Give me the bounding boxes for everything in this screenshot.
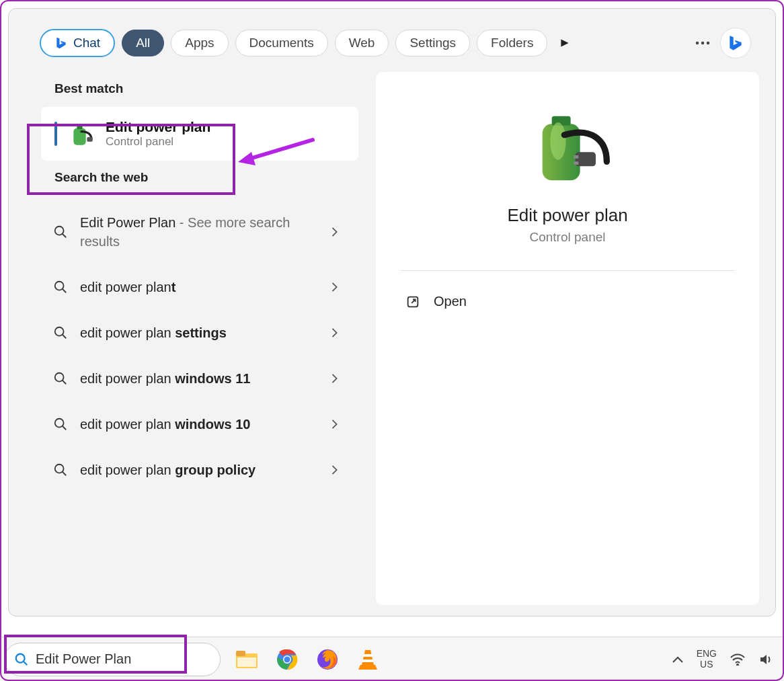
- filter-settings[interactable]: Settings: [395, 30, 470, 56]
- search-icon: [53, 417, 68, 432]
- filter-label: Settings: [409, 36, 456, 50]
- svg-rect-5: [87, 137, 92, 142]
- search-icon: [53, 280, 68, 294]
- battery-plug-icon: [68, 120, 95, 147]
- search-web-header: Search the web: [25, 161, 361, 196]
- result-subtitle: Control panel: [106, 135, 210, 149]
- svg-line-17: [63, 472, 67, 476]
- taskbar-search[interactable]: [4, 643, 221, 676]
- search-input[interactable]: [36, 651, 208, 667]
- svg-point-0: [696, 42, 699, 44]
- filter-apps[interactable]: Apps: [171, 30, 228, 56]
- search-icon: [53, 225, 68, 239]
- firefox-icon[interactable]: [315, 647, 340, 672]
- svg-point-1: [701, 42, 704, 44]
- svg-rect-4: [77, 126, 82, 129]
- filter-web[interactable]: Web: [335, 30, 389, 56]
- wifi-icon[interactable]: [730, 653, 745, 666]
- results-column: Best match Edit power plan Control panel: [25, 72, 361, 605]
- svg-point-16: [55, 465, 64, 473]
- bing-icon: [54, 36, 68, 50]
- filter-chat[interactable]: Chat: [40, 29, 115, 57]
- filter-all[interactable]: All: [122, 30, 164, 56]
- best-match-result[interactable]: Edit power plan Control panel: [41, 107, 358, 161]
- web-result-item[interactable]: edit power plan group policy: [41, 447, 352, 493]
- system-tray: ENG US: [672, 649, 780, 670]
- web-result-text: edit power plan group policy: [80, 460, 318, 479]
- web-result-item[interactable]: edit power plan settings: [41, 310, 352, 356]
- svg-point-10: [55, 327, 64, 336]
- svg-line-28: [24, 661, 28, 665]
- lang-line1: ENG: [697, 649, 717, 659]
- chevron-right-icon: [330, 328, 340, 337]
- chevron-right-icon: [330, 465, 340, 475]
- svg-line-9: [63, 289, 67, 293]
- selection-indicator: [54, 122, 57, 146]
- language-indicator[interactable]: ENG US: [697, 649, 717, 670]
- web-results-list: Edit Power Plan - See more search result…: [25, 196, 361, 493]
- search-filter-bar: Chat All Apps Documents Web Settings Fol…: [9, 9, 775, 72]
- chevron-right-icon: [330, 419, 340, 429]
- divider: [400, 270, 735, 271]
- search-icon: [53, 463, 68, 477]
- open-external-icon: [405, 294, 420, 309]
- lang-line2: US: [697, 659, 717, 670]
- result-detail-pane: Edit power plan Control panel Open: [376, 72, 759, 605]
- svg-line-11: [63, 335, 67, 339]
- web-result-text: edit power plan settings: [80, 323, 318, 342]
- web-result-item[interactable]: edit power plan windows 11: [41, 356, 352, 401]
- more-filters-icon[interactable]: [554, 32, 576, 54]
- result-title: Edit power plan: [106, 119, 210, 135]
- web-result-text: Edit Power Plan - See more search result…: [80, 213, 318, 251]
- vlc-icon[interactable]: [355, 647, 381, 672]
- svg-rect-31: [237, 657, 256, 667]
- svg-point-12: [55, 373, 64, 382]
- chevron-right-icon: [330, 374, 340, 383]
- speaker-icon[interactable]: [758, 653, 772, 666]
- open-label: Open: [434, 294, 467, 309]
- best-match-header: Best match: [25, 72, 361, 107]
- battery-plug-icon: [520, 99, 615, 193]
- filter-label: Apps: [185, 36, 214, 50]
- svg-rect-38: [362, 659, 373, 662]
- svg-point-2: [707, 42, 709, 44]
- svg-line-7: [63, 234, 67, 238]
- bing-chat-icon[interactable]: [720, 28, 751, 58]
- filter-documents[interactable]: Documents: [235, 30, 328, 56]
- svg-point-6: [55, 227, 64, 235]
- svg-rect-37: [363, 654, 373, 657]
- filter-label: Web: [349, 36, 375, 50]
- detail-subtitle: Control panel: [529, 230, 605, 245]
- taskbar-pinned-apps: [234, 647, 381, 672]
- svg-point-35: [284, 656, 290, 662]
- svg-point-20: [550, 122, 565, 160]
- filter-label: All: [136, 36, 150, 50]
- svg-rect-30: [236, 651, 245, 656]
- filter-label: Chat: [73, 36, 100, 50]
- svg-point-8: [55, 282, 64, 290]
- overflow-menu-icon[interactable]: [692, 32, 713, 54]
- svg-point-27: [16, 653, 25, 662]
- file-explorer-icon[interactable]: [234, 647, 260, 672]
- chevron-right-icon: [330, 227, 340, 237]
- web-result-text: edit power plan windows 11: [80, 369, 318, 388]
- filter-folders[interactable]: Folders: [477, 30, 547, 56]
- filter-label: Folders: [491, 36, 533, 50]
- web-result-item[interactable]: Edit Power Plan - See more search result…: [41, 200, 352, 264]
- web-result-item[interactable]: edit power plant: [41, 264, 352, 310]
- web-result-text: edit power plan windows 10: [80, 415, 318, 434]
- open-action[interactable]: Open: [400, 287, 735, 316]
- chrome-icon[interactable]: [274, 647, 300, 672]
- svg-rect-22: [574, 155, 578, 159]
- taskbar: ENG US: [0, 637, 784, 681]
- web-result-item[interactable]: edit power plan windows 10: [41, 401, 352, 447]
- chevron-right-icon: [330, 282, 340, 292]
- search-icon: [53, 325, 68, 340]
- detail-title: Edit power plan: [507, 205, 627, 226]
- filter-label: Documents: [249, 36, 314, 50]
- search-icon: [53, 371, 68, 386]
- chevron-up-icon[interactable]: [672, 656, 683, 663]
- svg-line-13: [63, 380, 67, 385]
- svg-point-14: [55, 419, 64, 428]
- search-icon: [14, 652, 29, 667]
